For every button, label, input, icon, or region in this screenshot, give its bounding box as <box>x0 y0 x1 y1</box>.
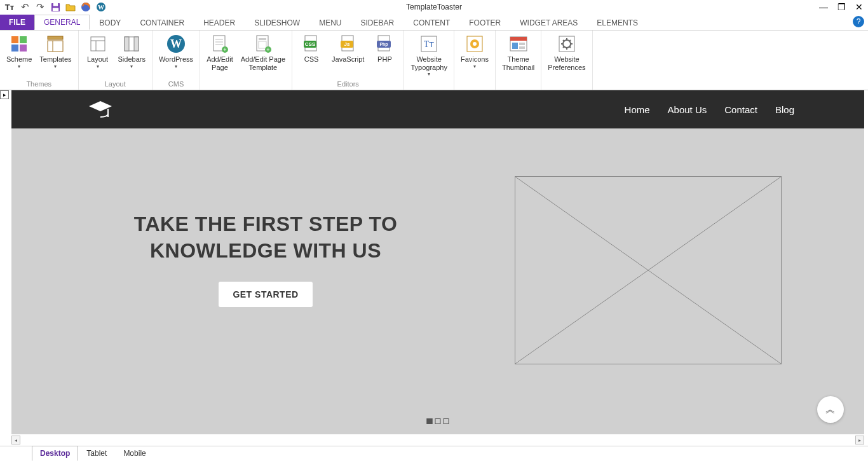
tab-footer[interactable]: FOOTER <box>459 15 510 30</box>
theme-thumbnail-icon <box>508 34 529 54</box>
svg-text:+: + <box>223 46 226 53</box>
redo-icon[interactable]: ↷ <box>34 1 46 13</box>
tab-general[interactable]: GENERAL <box>34 15 90 30</box>
svg-rect-9 <box>20 45 27 52</box>
get-started-button[interactable]: GET STARTED <box>219 282 312 307</box>
add-edit-page-button[interactable]: +Add/EditPage <box>203 32 237 72</box>
theme-thumbnail-button[interactable]: ThemeThumbnail <box>498 32 538 72</box>
hero-heading: TAKE THE FIRST STEP TO KNOWLEDGE WITH US <box>107 211 424 264</box>
add-edit-page-template-icon: + <box>253 34 273 54</box>
wordpress-icon[interactable]: W <box>95 1 107 13</box>
svg-rect-17 <box>125 37 129 51</box>
text-tool-icon[interactable]: Tт <box>4 1 15 13</box>
firefox-icon[interactable] <box>80 1 92 13</box>
svg-line-60 <box>563 46 564 48</box>
layout-icon <box>88 34 108 54</box>
restore-button[interactable]: ❐ <box>832 0 850 14</box>
group-label <box>245 79 247 90</box>
undo-icon[interactable]: ↶ <box>19 1 31 13</box>
pager-dot-2[interactable] <box>435 418 441 424</box>
expand-panel-icon[interactable]: ▸ <box>0 90 9 99</box>
horizontal-scrollbar[interactable]: ◂ ▸ <box>11 436 864 444</box>
svg-line-57 <box>563 40 564 41</box>
pager-dot-3[interactable] <box>444 418 449 424</box>
layout-button[interactable]: Layout▾ <box>81 32 114 72</box>
sidebars-icon <box>121 34 142 54</box>
svg-rect-13 <box>91 37 105 51</box>
minimize-button[interactable]: — <box>815 0 832 14</box>
window-controls: — ❐ ✕ <box>815 0 868 14</box>
svg-rect-8 <box>11 45 18 52</box>
hero-section: TAKE THE FIRST STEP TO KNOWLEDGE WITH US… <box>11 128 864 434</box>
device-tab-tablet[interactable]: Tablet <box>78 446 115 461</box>
svg-rect-6 <box>11 36 18 43</box>
preview-canvas[interactable]: HomeAbout UsContactBlog TAKE THE FIRST S… <box>11 90 864 434</box>
file-tab[interactable]: FILE <box>0 15 34 30</box>
css-button[interactable]: CSSCSS <box>295 32 328 72</box>
help-icon[interactable]: ? <box>853 16 864 27</box>
image-placeholder[interactable] <box>515 176 782 364</box>
javascript-button[interactable]: JsJavaScript <box>328 32 368 72</box>
favicons-button[interactable]: Favicons▾ <box>457 32 492 72</box>
svg-rect-10 <box>48 36 63 39</box>
tab-body[interactable]: BODY <box>90 15 130 30</box>
tab-container[interactable]: CONTAINER <box>130 15 194 30</box>
svg-text:CSS: CSS <box>305 41 316 47</box>
add-edit-page-template-button[interactable]: +Add/Edit PageTemplate <box>237 32 289 72</box>
wordpress-icon: W <box>166 34 186 54</box>
tab-content[interactable]: CONTENT <box>403 15 459 30</box>
scroll-left-icon[interactable]: ◂ <box>11 436 20 444</box>
ribbon-group: TᴛWebsiteTypography▾ <box>404 31 454 90</box>
ribbon: Scheme▾Templates▾ThemesLayout▾Sidebars▾L… <box>0 31 868 90</box>
close-button[interactable]: ✕ <box>850 0 868 14</box>
tab-widget-areas[interactable]: WIDGET AREAS <box>510 15 587 30</box>
site-nav: HomeAbout UsContactBlog <box>625 104 794 115</box>
svg-rect-2 <box>52 8 58 11</box>
svg-rect-1 <box>53 3 58 6</box>
tab-elements[interactable]: ELEMENTS <box>587 15 648 30</box>
scroll-right-icon[interactable]: ▸ <box>855 436 864 444</box>
group-label: Themes <box>26 79 51 90</box>
ribbon-group: +Add/EditPage+Add/Edit PageTemplate <box>200 31 292 90</box>
dropdown-arrow-icon: ▾ <box>159 64 193 69</box>
svg-text:Js: Js <box>344 41 349 47</box>
quick-access-toolbar: Tт ↶ ↷ W <box>0 1 107 13</box>
website-preferences-button[interactable]: WebsitePreferences <box>544 32 589 72</box>
templates-button[interactable]: Templates▾ <box>36 32 75 72</box>
nav-home[interactable]: Home <box>625 104 650 115</box>
scroll-top-button[interactable]: ︽ <box>817 396 844 423</box>
favicons-icon <box>465 34 485 54</box>
svg-text:W: W <box>170 38 182 50</box>
slide-pager <box>427 418 449 424</box>
add-edit-page-icon: + <box>210 34 230 54</box>
sidebars-button[interactable]: Sidebars▾ <box>114 32 149 72</box>
tab-slideshow[interactable]: SLIDESHOW <box>245 15 309 30</box>
wordpress-button[interactable]: WWordPress▾ <box>155 32 197 72</box>
group-label: CMS <box>168 79 184 90</box>
tab-header[interactable]: HEADER <box>194 15 245 30</box>
ribbon-group: WebsitePreferences <box>541 31 592 90</box>
dropdown-arrow-icon: ▾ <box>410 71 447 77</box>
tab-sidebar[interactable]: SIDEBAR <box>351 15 404 30</box>
dropdown-arrow-icon: ▾ <box>118 64 146 69</box>
group-label <box>428 79 430 90</box>
nav-contact[interactable]: Contact <box>724 104 757 115</box>
svg-rect-48 <box>512 43 518 49</box>
pager-dot-1[interactable] <box>427 418 433 424</box>
group-label: Layout <box>105 79 126 90</box>
nav-about-us[interactable]: About Us <box>668 104 707 115</box>
save-icon[interactable] <box>50 1 61 13</box>
title-bar: Tт ↶ ↷ W TemplateToaster — ❐ ✕ <box>0 0 868 14</box>
open-icon[interactable] <box>65 1 76 13</box>
svg-text:W: W <box>98 4 104 11</box>
group-label <box>566 79 567 90</box>
device-tab-desktop[interactable]: Desktop <box>32 446 78 461</box>
tab-menu[interactable]: MENU <box>309 15 351 30</box>
nav-blog[interactable]: Blog <box>775 104 794 115</box>
svg-point-45 <box>473 42 477 46</box>
device-tab-mobile[interactable]: Mobile <box>115 446 154 461</box>
scheme-button[interactable]: Scheme▾ <box>3 32 36 72</box>
website-typography-button[interactable]: TᴛWebsiteTypography▾ <box>407 32 451 77</box>
ribbon-group: Layout▾Sidebars▾Layout <box>79 31 153 90</box>
php-button[interactable]: PhpPHP <box>368 32 401 72</box>
